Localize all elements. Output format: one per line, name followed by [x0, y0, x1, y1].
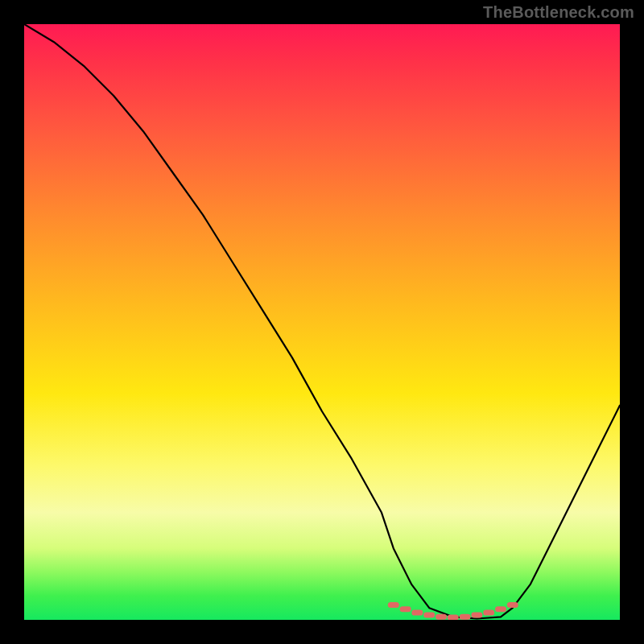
- optimal-marker: [411, 610, 423, 616]
- bottleneck-curve: [24, 24, 620, 619]
- optimal-marker: [423, 613, 435, 618]
- optimal-marker: [400, 606, 411, 612]
- plot-area: [24, 24, 620, 620]
- optimal-marker: [483, 610, 494, 616]
- optimal-marker: [495, 606, 506, 612]
- optimal-marker: [460, 614, 471, 620]
- watermark-text: TheBottleneck.com: [483, 3, 634, 22]
- optimal-marker: [448, 615, 459, 621]
- optimal-marker: [471, 613, 482, 618]
- curve-layer: [24, 24, 620, 620]
- optimal-marker: [507, 602, 518, 608]
- frame-border-bottom: [0, 620, 644, 644]
- frame-border-right: [620, 0, 644, 644]
- chart-frame: TheBottleneck.com: [0, 0, 644, 644]
- optimal-marker: [388, 602, 399, 608]
- frame-border-left: [0, 0, 24, 644]
- optimal-marker: [436, 614, 447, 620]
